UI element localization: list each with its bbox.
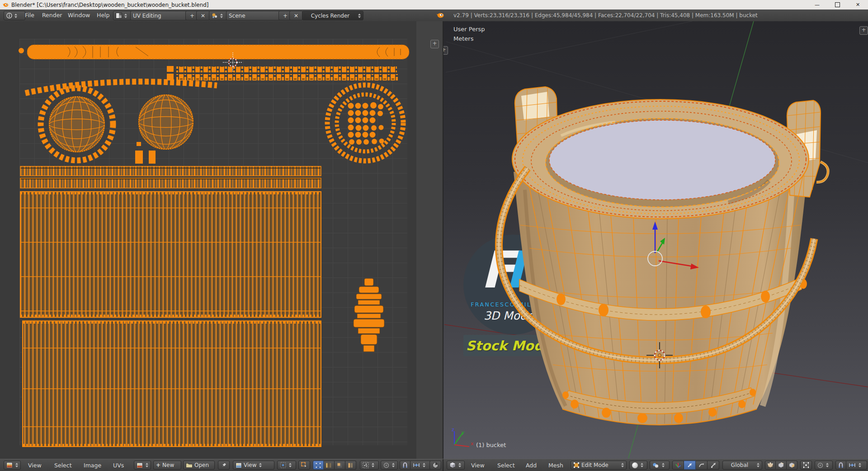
gizmo-x-label: x	[471, 441, 474, 447]
uv-select-mode-edge-button[interactable]	[324, 461, 335, 470]
close-button[interactable]: ✕	[848, 0, 868, 9]
scene-icon	[212, 13, 218, 19]
uv-menu-view[interactable]: View	[28, 462, 42, 469]
image-new-button[interactable]: + New	[153, 461, 181, 470]
vertex-mode-icon	[316, 462, 321, 468]
uv-menu-uvs[interactable]: UVs	[113, 462, 124, 469]
edge-mode-icon	[326, 462, 332, 468]
uv-island-rim-bands	[20, 166, 321, 188]
minimize-button[interactable]: —	[807, 0, 827, 9]
uv-menu-select[interactable]: Select	[54, 462, 72, 469]
uv-image-editor-canvas[interactable]: +	[0, 21, 443, 459]
title-bar: Blender* [C:\Users\franc\Desktop\wooden_…	[0, 0, 868, 9]
interaction-mode-dropdown[interactable]: Edit Mode	[571, 461, 627, 470]
uv-snap-element-dropdown[interactable]	[410, 461, 432, 470]
screen-layout-name-field[interactable]: UV Editing	[130, 11, 189, 20]
globe-render-icon	[432, 462, 439, 468]
manipulator-translate-button[interactable]	[684, 461, 696, 470]
snap-increment-icon	[849, 462, 856, 468]
transform-orientation-dropdown[interactable]: Global	[722, 461, 762, 470]
uv-island-disc-left	[41, 88, 113, 160]
translate-arrow-icon	[687, 462, 693, 468]
v3d-menu-view[interactable]: View	[471, 462, 485, 469]
menu-file[interactable]: File	[25, 12, 34, 19]
image-open-button[interactable]: Open	[183, 461, 215, 470]
screen-layout-delete-button[interactable]: ✕	[196, 11, 210, 20]
manipulator-rotate-button[interactable]	[696, 461, 708, 470]
chevron-updown-icon	[220, 14, 223, 18]
cube-face-icon	[789, 462, 795, 468]
bucket-mesh	[443, 21, 868, 459]
manipulator-toggle[interactable]	[672, 461, 684, 470]
v3d-proportional-edit-dropdown[interactable]	[815, 461, 833, 470]
limit-selection-visible-toggle[interactable]	[800, 461, 812, 470]
scene-statistics: v2.79 | Verts:23,316/23,316 | Edges:45,9…	[453, 12, 758, 19]
proportional-edit-icon	[817, 462, 823, 468]
uv-select-mode-vertex-button[interactable]	[313, 461, 324, 470]
uv-island-curved-band	[25, 82, 217, 93]
viewport-units-label: Meters	[453, 35, 473, 42]
chevron-updown-icon	[662, 463, 665, 467]
chevron-updown-icon	[392, 463, 395, 467]
menu-render[interactable]: Render	[42, 12, 62, 19]
v3d-snap-toggle[interactable]	[835, 461, 846, 470]
uv-display-channel-dropdown[interactable]: View	[233, 461, 274, 470]
properties-expand-button[interactable]: +	[859, 26, 868, 35]
image-datablock-browse-button[interactable]	[134, 461, 151, 470]
uv-island-disc-middle	[139, 95, 193, 149]
uv-island-stave-block-lower	[23, 321, 321, 447]
chevron-updown-icon	[372, 463, 374, 467]
v3d-menu-add[interactable]: Add	[526, 462, 537, 469]
uv-island-stave-block-upper	[20, 192, 321, 317]
toolshelf-expand-button[interactable]: +	[443, 46, 448, 55]
restore-button[interactable]	[827, 0, 848, 9]
water-surface	[549, 120, 775, 200]
uv-proportional-edit-dropdown[interactable]	[381, 461, 398, 470]
scene-name-field[interactable]: Scene	[226, 11, 282, 20]
viewport-3d-canvas[interactable]: F M FRANCESCO MILANESE 3D Models Stock M…	[443, 21, 868, 459]
mesh-select-mode-face-button[interactable]	[787, 461, 797, 470]
scene-delete-button[interactable]: ✕	[289, 11, 303, 20]
uv-editor-type-button[interactable]	[4, 461, 21, 470]
chevron-updown-icon	[259, 463, 262, 467]
viewport-shading-dropdown[interactable]	[629, 461, 647, 470]
manipulator-scale-button[interactable]	[708, 461, 719, 470]
image-pin-button[interactable]	[218, 461, 230, 470]
uv-select-mode-island-button[interactable]	[345, 461, 356, 470]
image-icon	[236, 462, 242, 468]
v3d-menu-mesh[interactable]: Mesh	[548, 462, 563, 469]
render-engine-dropdown[interactable]: Cycles Render	[302, 11, 363, 20]
uv-pivot-dropdown[interactable]	[277, 461, 296, 470]
mesh-select-mode-edge-button[interactable]	[776, 461, 787, 470]
uv-sync-select-toggle[interactable]	[298, 461, 310, 470]
chevron-updown-icon	[423, 463, 425, 467]
sticky-selection-icon	[363, 462, 369, 468]
plus-icon: +	[156, 462, 160, 468]
uv-island-peg	[354, 278, 384, 352]
mesh-select-mode-vertex-button[interactable]	[765, 461, 776, 470]
menu-window[interactable]: Window	[68, 12, 90, 19]
uv-region-expand-button[interactable]: +	[430, 40, 439, 48]
chevron-updown-icon	[458, 463, 461, 467]
uv-render-uvs-button[interactable]	[429, 461, 441, 470]
cube-vertex-icon	[768, 462, 773, 468]
pin-icon	[221, 462, 226, 468]
chevron-updown-icon	[859, 463, 861, 467]
menu-help[interactable]: Help	[97, 12, 110, 19]
uv-sticky-select-dropdown[interactable]	[360, 461, 379, 470]
shading-sphere-icon	[632, 462, 638, 468]
chevron-updown-icon	[15, 463, 18, 467]
gizmo-z-label: z	[452, 427, 454, 433]
magnet-icon	[838, 462, 844, 468]
uv-snap-toggle[interactable]	[400, 461, 410, 470]
pivot-center-dropdown[interactable]	[650, 461, 670, 470]
v3d-menu-select[interactable]: Select	[497, 462, 515, 469]
v3d-snap-element-dropdown[interactable]	[846, 461, 867, 470]
editor-type-info-button[interactable]	[4, 11, 25, 20]
uv-select-mode-face-button[interactable]	[335, 461, 345, 470]
blender-window: Blender* [C:\Users\franc\Desktop\wooden_…	[0, 0, 868, 471]
uv-menu-image[interactable]: Image	[84, 462, 101, 469]
face-mode-icon	[337, 462, 343, 468]
info-editor-icon	[6, 13, 12, 19]
view3d-editor-type-button[interactable]	[447, 461, 465, 470]
